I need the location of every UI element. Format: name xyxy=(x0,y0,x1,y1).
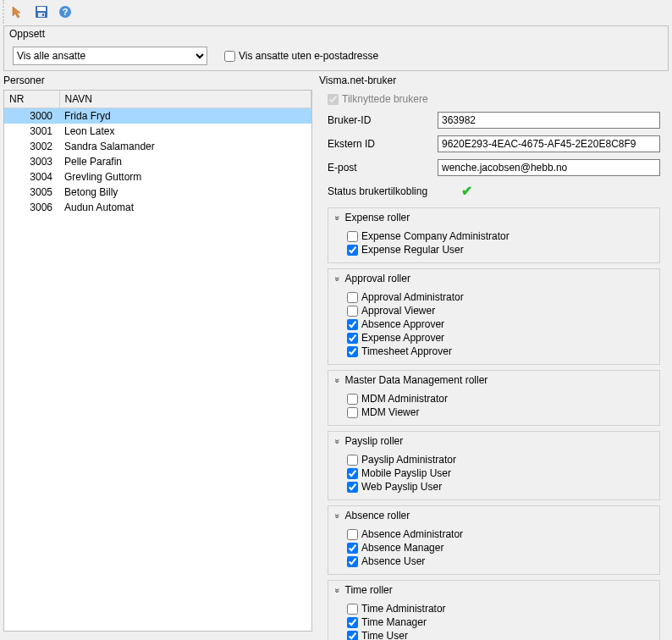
role-group-header[interactable]: »Approval roller xyxy=(328,269,659,288)
role-checkbox[interactable]: Absence Administrator xyxy=(347,528,651,540)
role-group-header[interactable]: »Time roller xyxy=(328,581,659,599)
role-group-body: Time AdministratorTime ManagerTime User xyxy=(328,599,659,640)
role-checkbox[interactable]: Absence Approver xyxy=(347,318,651,330)
role-checkbox[interactable]: MDM Administrator xyxy=(347,393,651,405)
role-checkbox-input[interactable] xyxy=(347,346,358,357)
role-group-header[interactable]: »Expense roller xyxy=(328,208,659,227)
role-group-body: MDM AdministratorMDM Viewer xyxy=(328,389,659,425)
tilknyttede-label: Tilknyttede brukere xyxy=(342,93,428,105)
table-row[interactable]: 3001Leon Latex xyxy=(4,124,311,139)
role-group: »Payslip rollerPayslip AdministratorMobi… xyxy=(328,431,660,500)
oppsett-panel: Oppsett Vis alle ansatte Vis ansatte ute… xyxy=(3,25,669,71)
show-without-email-input[interactable] xyxy=(224,51,235,62)
role-checkbox-label: Web Payslip User xyxy=(361,481,442,493)
role-checkbox[interactable]: Time Manager xyxy=(347,616,651,628)
role-checkbox-input[interactable] xyxy=(347,482,358,493)
cell-navn: Frida Fryd xyxy=(59,108,311,124)
chevron-down-icon: » xyxy=(333,588,342,593)
role-group-title: Payslip roller xyxy=(345,435,404,447)
save-icon[interactable] xyxy=(35,5,48,19)
personer-table-wrap[interactable]: NR NAVN 3000Frida Fryd3001Leon Latex3002… xyxy=(3,90,312,632)
svg-rect-1 xyxy=(37,7,46,11)
role-checkbox-input[interactable] xyxy=(347,604,358,615)
pointer-icon[interactable] xyxy=(11,5,25,19)
role-checkbox-input[interactable] xyxy=(347,306,358,317)
role-checkbox-input[interactable] xyxy=(347,394,358,405)
view-filter-select[interactable]: Vis alle ansatte xyxy=(13,47,207,65)
role-checkbox-input[interactable] xyxy=(347,617,358,628)
cell-navn: Pelle Parafin xyxy=(59,154,311,169)
role-checkbox[interactable]: Approval Administrator xyxy=(347,291,651,303)
role-checkbox-label: Time User xyxy=(361,630,408,640)
role-checkbox-label: Time Manager xyxy=(361,616,427,628)
role-checkbox[interactable]: Absence Manager xyxy=(347,542,651,554)
cell-navn: Leon Latex xyxy=(59,124,311,139)
table-row[interactable]: 3003Pelle Parafin xyxy=(4,154,311,169)
cell-navn: Audun Automat xyxy=(59,200,311,215)
role-checkbox-label: Absence Manager xyxy=(361,542,443,554)
table-row[interactable]: 3002Sandra Salamander xyxy=(4,139,311,154)
role-checkbox[interactable]: Expense Approver xyxy=(347,332,651,344)
role-checkbox[interactable]: Web Payslip User xyxy=(347,481,651,493)
role-group-header[interactable]: »Master Data Management roller xyxy=(328,371,659,389)
table-row[interactable]: 3004Grevling Guttorm xyxy=(4,169,311,185)
ekstern-id-input[interactable] xyxy=(438,135,660,152)
role-checkbox[interactable]: Timesheet Approver xyxy=(347,345,651,357)
role-group-header[interactable]: »Payslip roller xyxy=(328,432,659,450)
role-checkbox-input[interactable] xyxy=(347,231,358,242)
tilknyttede-input xyxy=(328,94,339,105)
personer-table: NR NAVN 3000Frida Fryd3001Leon Latex3002… xyxy=(4,91,311,215)
role-checkbox-input[interactable] xyxy=(347,468,358,479)
role-group-title: Expense roller xyxy=(345,212,410,223)
cell-navn: Grevling Guttorm xyxy=(59,169,311,185)
role-checkbox[interactable]: MDM Viewer xyxy=(347,406,651,418)
role-checkbox-input[interactable] xyxy=(347,333,358,344)
epost-input[interactable] xyxy=(438,159,660,176)
role-group-body: Approval AdministratorApproval ViewerAbs… xyxy=(328,288,659,364)
cell-nr: 3004 xyxy=(4,169,59,185)
cell-nr: 3001 xyxy=(4,124,59,139)
role-checkbox-label: MDM Administrator xyxy=(361,393,448,405)
role-checkbox[interactable]: Mobile Payslip User xyxy=(347,467,651,479)
svg-text:?: ? xyxy=(63,7,69,17)
role-checkbox[interactable]: Approval Viewer xyxy=(347,305,651,317)
help-icon[interactable]: ? xyxy=(58,5,72,19)
svg-rect-3 xyxy=(42,14,44,16)
table-row[interactable]: 3006Audun Automat xyxy=(4,200,311,215)
role-checkbox-label: Approval Viewer xyxy=(361,305,435,317)
role-checkbox[interactable]: Time User xyxy=(347,630,651,640)
cell-nr: 3006 xyxy=(4,200,59,215)
role-checkbox[interactable]: Expense Regular User xyxy=(347,244,651,256)
col-navn[interactable]: NAVN xyxy=(59,91,311,108)
role-checkbox[interactable]: Payslip Administrator xyxy=(347,454,651,466)
role-checkbox[interactable]: Absence User xyxy=(347,555,651,567)
role-checkbox-input[interactable] xyxy=(347,455,358,466)
table-row[interactable]: 3005Betong Billy xyxy=(4,185,311,200)
role-checkbox[interactable]: Expense Company Administrator xyxy=(347,230,651,242)
col-nr[interactable]: NR xyxy=(4,91,59,108)
role-checkbox-input[interactable] xyxy=(347,543,358,554)
role-group-header[interactable]: »Absence roller xyxy=(328,506,659,525)
chevron-down-icon: » xyxy=(333,215,342,220)
table-row[interactable]: 3000Frida Fryd xyxy=(4,108,311,124)
role-checkbox-label: Mobile Payslip User xyxy=(361,467,451,479)
bruker-id-input[interactable] xyxy=(438,112,660,129)
role-checkbox[interactable]: Time Administrator xyxy=(347,603,651,615)
role-checkbox-input[interactable] xyxy=(347,292,358,303)
role-checkbox-input[interactable] xyxy=(347,556,358,567)
cell-nr: 3003 xyxy=(4,154,59,169)
role-checkbox-input[interactable] xyxy=(347,529,358,540)
role-group: »Absence rollerAbsence AdministratorAbse… xyxy=(328,505,660,575)
role-checkbox-input[interactable] xyxy=(347,631,358,641)
role-checkbox-input[interactable] xyxy=(347,407,358,418)
role-checkbox-label: MDM Viewer xyxy=(361,406,419,418)
role-checkbox-input[interactable] xyxy=(347,319,358,330)
chevron-down-icon: » xyxy=(333,513,342,518)
show-without-email-checkbox[interactable]: Vis ansatte uten e-postadresse xyxy=(224,50,378,62)
role-checkbox-label: Time Administrator xyxy=(361,603,446,615)
role-checkbox-label: Expense Regular User xyxy=(361,244,464,256)
toolbar: ? xyxy=(3,0,672,24)
show-without-email-label: Vis ansatte uten e-postadresse xyxy=(239,50,378,62)
role-checkbox-input[interactable] xyxy=(347,245,358,256)
tilknyttede-checkbox: Tilknyttede brukere xyxy=(328,93,428,105)
